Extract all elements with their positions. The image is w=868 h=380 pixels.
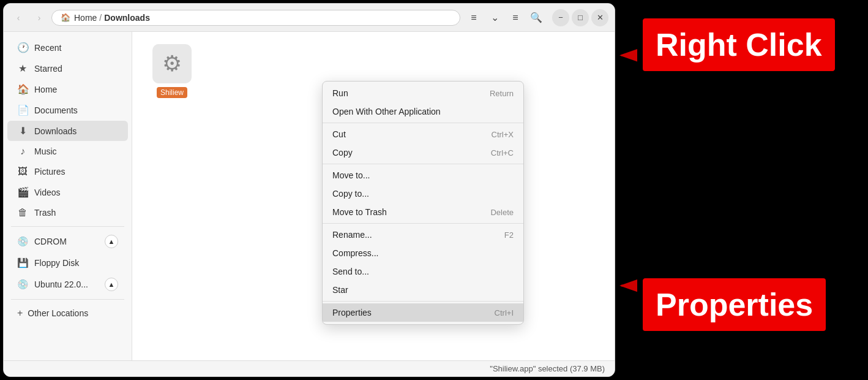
ctx-item-copy[interactable]: Copy Ctrl+C — [323, 143, 523, 162]
ctx-label-properties: Properties — [332, 308, 372, 317]
close-button[interactable]: ✕ — [591, 9, 608, 26]
sidebar-label-other: Other Locations — [28, 308, 88, 318]
file-label: Shiliew — [157, 87, 187, 98]
ctx-shortcut-delete: Delete — [490, 208, 514, 217]
sidebar-item-home[interactable]: 🏠 Home — [7, 79, 128, 99]
sidebar-label-music: Music — [34, 146, 57, 156]
file-manager: ‹ › 🏠 Home / Downloads ≡ ⌄ ≡ 🔍 − □ ✕ 🕐 R… — [3, 3, 615, 377]
sidebar-divider-1 — [11, 226, 124, 227]
sidebar-label-ubuntu: Ubuntu 22.0... — [34, 279, 88, 289]
ctx-shortcut-cut: Ctrl+X — [492, 130, 514, 139]
ctx-item-compress[interactable]: Compress... — [323, 244, 523, 262]
forward-button[interactable]: › — [31, 9, 48, 26]
ctx-item-star[interactable]: Star — [323, 281, 523, 299]
breadcrumb-home[interactable]: Home — [74, 13, 97, 23]
sidebar-item-ubuntu[interactable]: 💿 Ubuntu 22.0... ▲ — [7, 273, 128, 295]
sidebar-item-trash[interactable]: 🗑 Trash — [7, 203, 128, 222]
ubuntu-eject-button[interactable]: ▲ — [105, 278, 118, 291]
ctx-label-open-with: Open With Other Application — [332, 107, 441, 116]
maximize-button[interactable]: □ — [572, 9, 589, 26]
ctx-label-run: Run — [332, 88, 348, 98]
ctx-label-compress: Compress... — [332, 248, 378, 258]
ctx-label-star: Star — [332, 285, 348, 295]
ctx-item-rename[interactable]: Rename... F2 — [323, 226, 523, 244]
ctx-item-send-to[interactable]: Send to... — [323, 262, 523, 281]
plus-icon: + — [17, 308, 23, 319]
sidebar-label-videos: Videos — [34, 188, 61, 197]
statusbar-text: "Shiliew.app" selected (37.9 MB) — [490, 364, 605, 373]
breadcrumb-current[interactable]: Downloads — [104, 13, 150, 23]
ctx-shortcut-copy: Ctrl+C — [491, 148, 514, 158]
main-area: 🕐 Recent ★ Starred 🏠 Home 📄 Documents ⬇ … — [4, 32, 615, 360]
view-toggle-button[interactable]: ⌄ — [485, 8, 504, 28]
pictures-icon: 🖼 — [17, 166, 28, 177]
starred-icon: ★ — [17, 63, 28, 74]
file-area[interactable]: ⚙ Shiliew Run Return Open With Other App… — [132, 32, 615, 360]
breadcrumb-separator: / — [99, 13, 102, 23]
sidebar-divider-2 — [11, 299, 124, 300]
ctx-label-copy-to: Copy to... — [332, 189, 369, 199]
ctx-label-move-to-trash: Move to Trash — [332, 207, 387, 217]
properties-label: Properties — [643, 278, 826, 331]
trash-icon: 🗑 — [17, 207, 28, 218]
gear-icon: ⚙ — [162, 51, 182, 77]
downloads-icon: ⬇ — [17, 125, 28, 137]
sidebar-label-trash: Trash — [34, 208, 56, 218]
ctx-item-properties[interactable]: Properties Ctrl+I — [323, 303, 523, 322]
ctx-label-rename: Rename... — [332, 230, 372, 240]
sidebar-item-cdrom[interactable]: 💿 CDROM ▲ — [7, 230, 128, 253]
minimize-button[interactable]: − — [552, 9, 569, 26]
sidebar-label-recent: Recent — [34, 43, 61, 53]
ctx-item-move-to[interactable]: Move to... — [323, 166, 523, 184]
menu-button[interactable]: ≡ — [506, 8, 525, 28]
window-controls: − □ ✕ — [552, 9, 608, 26]
sidebar-item-music[interactable]: ♪ Music — [7, 142, 128, 161]
ctx-item-run[interactable]: Run Return — [323, 84, 523, 102]
sidebar-item-pictures[interactable]: 🖼 Pictures — [7, 162, 128, 181]
back-button[interactable]: ‹ — [10, 9, 27, 26]
cdrom-icon: 💿 — [17, 236, 28, 247]
sidebar-label-starred: Starred — [34, 64, 62, 74]
file-item-shiliew[interactable]: ⚙ Shiliew — [144, 44, 200, 98]
music-icon: ♪ — [17, 146, 28, 157]
search-button[interactable]: 🔍 — [526, 8, 546, 28]
documents-icon: 📄 — [17, 104, 28, 116]
floppy-icon: 💾 — [17, 257, 28, 268]
sidebar-item-other-locations[interactable]: + Other Locations — [7, 303, 128, 323]
view-options-button[interactable]: ≡ — [464, 8, 484, 28]
sidebar-item-downloads[interactable]: ⬇ Downloads — [7, 121, 128, 141]
sidebar-label-documents: Documents — [34, 105, 78, 115]
right-click-label: Right Click — [643, 18, 835, 71]
annotation-properties-box: Properties — [643, 278, 856, 362]
ctx-separator-3 — [323, 223, 523, 224]
sidebar-item-floppy[interactable]: 💾 Floppy Disk — [7, 253, 128, 273]
ctx-label-cut: Cut — [332, 129, 346, 139]
sidebar-label-home: Home — [34, 85, 57, 94]
home-sidebar-icon: 🏠 — [17, 83, 28, 95]
ctx-shortcut-run: Return — [490, 89, 514, 98]
ctx-separator-2 — [323, 164, 523, 164]
ctx-item-cut[interactable]: Cut Ctrl+X — [323, 125, 523, 143]
file-icon: ⚙ — [152, 44, 192, 83]
ubuntu-icon: 💿 — [17, 279, 28, 290]
annotation-area: Right Click Properties — [618, 0, 868, 374]
context-menu: Run Return Open With Other Application C… — [322, 81, 524, 325]
sidebar-label-floppy: Floppy Disk — [34, 258, 79, 268]
cdrom-eject-button[interactable]: ▲ — [105, 235, 118, 248]
sidebar-item-videos[interactable]: 🎬 Videos — [7, 182, 128, 202]
sidebar-item-recent[interactable]: 🕐 Recent — [7, 37, 128, 58]
ctx-separator-4 — [323, 301, 523, 302]
ctx-shortcut-properties: Ctrl+I — [495, 308, 514, 317]
recent-icon: 🕐 — [17, 42, 28, 53]
ctx-item-copy-to[interactable]: Copy to... — [323, 184, 523, 203]
sidebar-item-documents[interactable]: 📄 Documents — [7, 100, 128, 120]
home-icon: 🏠 — [61, 13, 70, 22]
sidebar: 🕐 Recent ★ Starred 🏠 Home 📄 Documents ⬇ … — [4, 32, 132, 360]
ctx-separator-1 — [323, 123, 523, 123]
ctx-item-move-to-trash[interactable]: Move to Trash Delete — [323, 203, 523, 221]
ctx-item-open-with[interactable]: Open With Other Application — [323, 102, 523, 121]
annotation-right-click-box: Right Click — [643, 12, 856, 71]
sidebar-item-starred[interactable]: ★ Starred — [7, 58, 128, 78]
toolbar-buttons: ≡ ⌄ ≡ 🔍 — [464, 8, 546, 28]
videos-icon: 🎬 — [17, 186, 28, 198]
